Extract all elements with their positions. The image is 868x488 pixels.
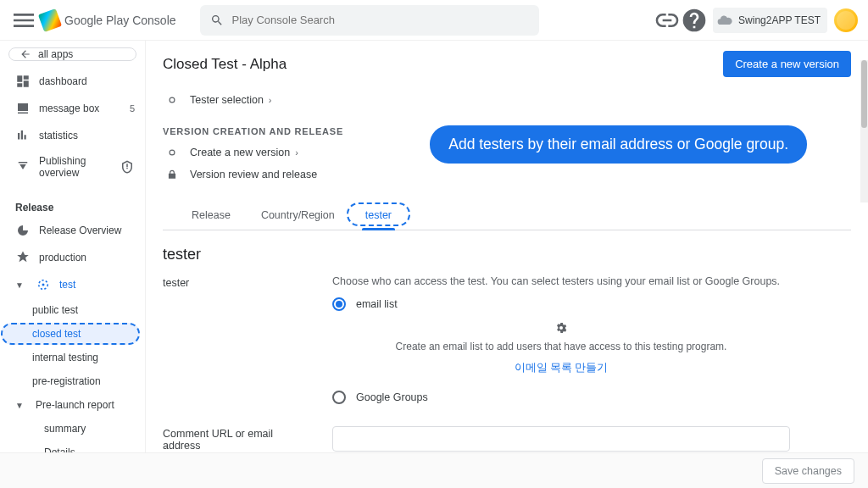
scrollbar-thumb[interactable] bbox=[861, 60, 867, 128]
dashboard-icon bbox=[15, 74, 31, 89]
search-icon bbox=[210, 14, 224, 27]
sidebar-item-statistics[interactable]: statistics bbox=[0, 122, 145, 149]
create-email-list-link[interactable]: 이메일 목록 만들기 bbox=[332, 361, 790, 375]
sidebar-item-public-test[interactable]: public test bbox=[0, 298, 145, 322]
test-icon bbox=[36, 277, 51, 292]
save-changes-button[interactable]: Save changes bbox=[762, 458, 854, 484]
sidebar-item-test[interactable]: ▼ test bbox=[0, 271, 145, 298]
radio-icon bbox=[332, 297, 346, 311]
gear-icon bbox=[332, 321, 790, 337]
tab-release[interactable]: Release bbox=[188, 201, 234, 230]
chevron-down-icon: ▼ bbox=[15, 401, 27, 410]
sidebar-item-message-box[interactable]: message box 5 bbox=[0, 95, 145, 122]
tab-country-region[interactable]: Country/Region bbox=[258, 201, 338, 230]
circle-icon bbox=[166, 147, 178, 158]
svg-point-3 bbox=[170, 150, 175, 155]
stats-icon bbox=[15, 128, 31, 143]
account-switcher[interactable]: Swing2APP TEST bbox=[713, 8, 827, 33]
inbox-icon bbox=[15, 101, 31, 116]
create-list-description: Create an email list to add users that h… bbox=[332, 341, 790, 352]
comment-label: Comment URL or email address bbox=[163, 426, 307, 452]
overview-icon bbox=[15, 223, 31, 238]
all-apps-button[interactable]: all apps bbox=[8, 47, 136, 61]
radio-email-list[interactable]: email list bbox=[332, 297, 790, 311]
comment-input[interactable] bbox=[332, 426, 790, 452]
create-version-button[interactable]: Create a new version bbox=[723, 51, 851, 77]
svg-point-2 bbox=[170, 97, 175, 103]
search-input[interactable] bbox=[232, 14, 529, 26]
chevron-right-icon: › bbox=[295, 147, 298, 158]
help-icon bbox=[681, 7, 708, 34]
back-arrow-icon bbox=[19, 48, 31, 60]
sidebar-section-release: Release bbox=[0, 195, 145, 217]
link-icon bbox=[654, 7, 681, 34]
sidebar: all apps dashboard message box 5 statist… bbox=[0, 41, 146, 452]
sidebar-item-pre-launch-report[interactable]: ▼ Pre-launch report bbox=[0, 393, 145, 417]
annotation-callout: Add testers by their email address or Go… bbox=[430, 125, 807, 164]
publish-icon bbox=[15, 159, 31, 175]
hamburger-button[interactable] bbox=[10, 7, 37, 34]
scrollbar[interactable] bbox=[860, 60, 868, 202]
footer: Save changes bbox=[0, 452, 868, 488]
sidebar-item-pre-registration[interactable]: pre-registration bbox=[0, 369, 145, 393]
sidebar-item-release-overview[interactable]: Release Overview bbox=[0, 217, 145, 244]
avatar[interactable] bbox=[834, 8, 858, 32]
account-name: Swing2APP TEST bbox=[738, 14, 821, 26]
tester-description: Choose who can access the test. You can … bbox=[332, 275, 790, 287]
tester-label: tester bbox=[163, 275, 307, 414]
play-console-icon bbox=[38, 8, 62, 31]
page-title: Closed Test - Alpha bbox=[163, 56, 287, 73]
circle-icon bbox=[166, 94, 178, 106]
sidebar-item-production[interactable]: production bbox=[0, 244, 145, 271]
message-count: 5 bbox=[130, 103, 135, 114]
sidebar-item-dashboard[interactable]: dashboard bbox=[0, 68, 145, 95]
radio-icon bbox=[332, 391, 346, 404]
tab-tester[interactable]: tester bbox=[362, 201, 395, 230]
cloud-icon bbox=[716, 12, 733, 29]
link-icon-button[interactable] bbox=[654, 7, 681, 34]
sidebar-item-internal-testing[interactable]: internal testing bbox=[0, 346, 145, 369]
radio-google-groups[interactable]: Google Groups bbox=[332, 391, 790, 404]
step-tester-selection[interactable]: Tester selection › bbox=[163, 89, 851, 111]
chevron-down-icon: ▼ bbox=[15, 280, 27, 290]
sidebar-item-publishing-overview[interactable]: Publishing overview bbox=[0, 149, 145, 185]
search-bar[interactable] bbox=[200, 5, 539, 36]
production-icon bbox=[15, 250, 31, 265]
menu-icon bbox=[10, 7, 37, 34]
step-review-release: Version review and release bbox=[163, 164, 851, 186]
tester-heading: tester bbox=[163, 246, 851, 263]
all-apps-label: all apps bbox=[38, 48, 73, 60]
brand-text: Google Play Console bbox=[64, 14, 176, 27]
publishing-status-icon bbox=[120, 159, 135, 175]
svg-point-1 bbox=[42, 284, 45, 286]
sidebar-item-pl-details[interactable]: Details bbox=[0, 441, 145, 452]
help-button[interactable] bbox=[681, 7, 708, 34]
tabs: Release Country/Region tester bbox=[163, 201, 851, 230]
chevron-right-icon: › bbox=[269, 95, 272, 105]
sidebar-item-closed-test[interactable]: closed test bbox=[0, 322, 145, 346]
brand-logo[interactable]: Google Play Console bbox=[41, 11, 176, 30]
lock-icon bbox=[166, 169, 178, 180]
sidebar-item-pl-summary[interactable]: summary bbox=[0, 417, 145, 441]
